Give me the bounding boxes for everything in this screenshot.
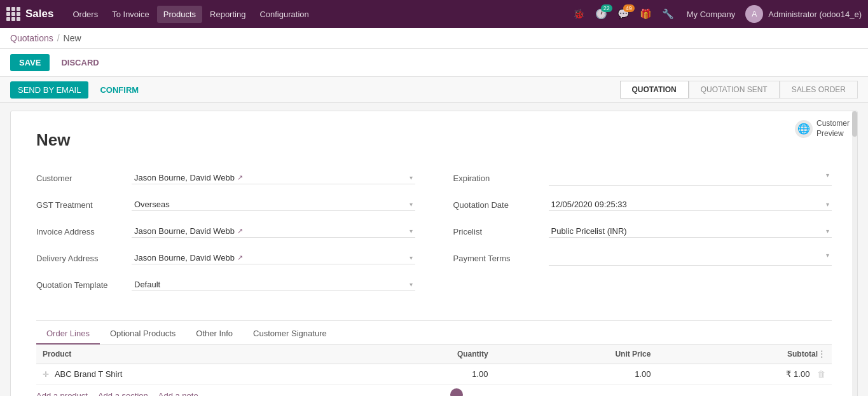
form-left-column: Customer Jason Bourne, David Webb ↗ ▾ GS…	[36, 168, 415, 301]
tab-customer-signature[interactable]: Customer Signature	[243, 324, 337, 345]
tab-order-lines[interactable]: Order Lines	[36, 324, 100, 345]
quotation-date-value[interactable]: 12/05/2020 09:25:33 ▾	[549, 198, 832, 211]
customer-preview-button[interactable]: 🌐 CustomerPreview	[795, 119, 850, 139]
action-bar: SAVE DISCARD	[0, 49, 868, 77]
confirm-button[interactable]: CONFIRM	[93, 81, 145, 99]
breadcrumb: Quotations / New	[0, 28, 868, 49]
discard-button[interactable]: DISCARD	[55, 54, 105, 71]
scrollbar-thumb[interactable]	[852, 111, 857, 137]
delete-row-icon[interactable]: 🗑	[817, 369, 825, 379]
template-value[interactable]: Default ▾	[132, 278, 415, 291]
template-row: Quotation Template Default ▾	[36, 275, 415, 295]
subtotal-cell: ₹ 1.00 🗑	[657, 364, 832, 385]
grid-icon[interactable]	[6, 7, 20, 21]
step-quotation[interactable]: QUOTATION	[620, 81, 689, 99]
tabs-list: Order Lines Optional Products Other Info…	[36, 324, 832, 345]
gst-label: GST Treatment	[36, 200, 132, 210]
tab-optional-products[interactable]: Optional Products	[100, 324, 186, 345]
scrollbar-track[interactable]	[852, 111, 857, 396]
expiration-dropdown[interactable]: ▾	[826, 172, 829, 179]
form-grid: Customer Jason Bourne, David Webb ↗ ▾ GS…	[36, 168, 832, 301]
activity-icon[interactable]: 🕐 22	[593, 6, 610, 22]
step-sales-order[interactable]: SALES ORDER	[780, 81, 858, 99]
gift-icon[interactable]: 🎁	[637, 6, 654, 22]
menu-reporting[interactable]: Reporting	[203, 6, 252, 23]
save-button[interactable]: SAVE	[10, 54, 50, 71]
invoice-address-value[interactable]: Jason Bourne, David Webb ↗ ▾	[132, 225, 415, 238]
user-name[interactable]: Administrator (odoo14_e)	[768, 10, 862, 19]
tab-other-info[interactable]: Other Info	[186, 324, 243, 345]
breadcrumb-current: New	[64, 33, 81, 43]
user-avatar[interactable]: A	[745, 5, 763, 23]
top-navigation: Sales Orders To Invoice Products Reporti…	[0, 0, 868, 28]
chat-badge: 49	[623, 4, 635, 12]
menu-configuration[interactable]: Configuration	[253, 6, 315, 23]
pricelist-dropdown[interactable]: ▾	[826, 228, 829, 235]
invoice-address-label: Invoice Address	[36, 227, 132, 236]
tabs-container: Order Lines Optional Products Other Info…	[36, 320, 832, 385]
app-logo[interactable]: Sales	[6, 7, 53, 21]
breadcrumb-parent[interactable]: Quotations	[10, 33, 53, 43]
product-name: ABC Brand T Shirt	[55, 369, 122, 379]
invoice-ext-link[interactable]: ↗	[237, 227, 243, 235]
step-quotation-sent[interactable]: QUOTATION SENT	[689, 81, 780, 99]
chat-icon[interactable]: 💬 49	[615, 6, 632, 22]
customer-value[interactable]: Jason Bourne, David Webb ↗ ▾	[132, 172, 415, 184]
document-title: New	[36, 130, 832, 150]
customer-ext-link[interactable]: ↗	[237, 174, 243, 182]
menu-to-invoice[interactable]: To Invoice	[106, 6, 156, 23]
delivery-ext-link[interactable]: ↗	[237, 254, 243, 262]
customer-label: Customer	[36, 174, 132, 183]
wrench-icon[interactable]: 🔧	[659, 6, 677, 22]
activity-badge: 22	[601, 4, 612, 12]
expiration-value[interactable]: ▾	[549, 170, 832, 186]
template-dropdown[interactable]: ▾	[410, 281, 413, 288]
table-settings-icon[interactable]: ⋮	[818, 350, 825, 358]
main-content: 🌐 CustomerPreview New Customer Jason Bou…	[0, 111, 868, 396]
payment-terms-dropdown[interactable]: ▾	[826, 252, 829, 259]
quantity-cell[interactable]: 1.00	[347, 364, 494, 385]
invoice-address-row: Invoice Address Jason Bourne, David Webb…	[36, 221, 415, 242]
gst-dropdown[interactable]: ▾	[410, 201, 413, 208]
send-email-button[interactable]: SEND BY EMAIL	[10, 81, 88, 99]
pricelist-value[interactable]: Public Pricelist (INR) ▾	[549, 225, 832, 238]
customer-dropdown[interactable]: ▾	[410, 174, 413, 181]
globe-icon: 🌐	[795, 120, 813, 138]
delivery-address-row: Delivery Address Jason Bourne, David Web…	[36, 248, 415, 268]
table-row[interactable]: ✛ ABC Brand T Shirt 1.00 1.00 ₹ 1.00 🗑	[36, 364, 832, 385]
delivery-address-value[interactable]: Jason Bourne, David Webb ↗ ▾	[132, 252, 415, 264]
add-product-link[interactable]: Add a product	[36, 391, 88, 396]
gst-row: GST Treatment Overseas ▾	[36, 195, 415, 215]
template-label: Quotation Template	[36, 280, 132, 290]
top-right-actions: 🐞 🕐 22 💬 49 🎁 🔧 My Company A Administrat…	[570, 5, 862, 23]
customer-preview-label: CustomerPreview	[816, 119, 850, 139]
form-area: New Customer Jason Bourne, David Webb ↗ …	[11, 111, 857, 320]
expiration-row: Expiration ▾	[453, 168, 832, 188]
menu-orders[interactable]: Orders	[66, 6, 104, 23]
move-handle-icon[interactable]: ✛	[43, 370, 49, 379]
payment-terms-label: Payment Terms	[453, 254, 549, 263]
payment-terms-row: Payment Terms ▾	[453, 248, 832, 268]
form-right-column: Expiration ▾ Quotation Date 12/05/2020 0…	[453, 168, 832, 301]
quotation-date-dropdown[interactable]: ▾	[826, 201, 829, 208]
delivery-dropdown[interactable]: ▾	[410, 254, 413, 261]
add-note-link[interactable]: Add a note	[158, 391, 198, 396]
col-quantity: Quantity	[347, 345, 494, 364]
bug-icon[interactable]: 🐞	[570, 6, 588, 22]
delivery-address-label: Delivery Address	[36, 254, 132, 263]
payment-terms-value[interactable]: ▾	[549, 250, 832, 266]
expiration-label: Expiration	[453, 174, 549, 183]
quotation-date-row: Quotation Date 12/05/2020 09:25:33 ▾	[453, 195, 832, 215]
add-links-row: Add a product Add a section Add a note	[11, 385, 857, 396]
top-menu: Orders To Invoice Products Reporting Con…	[66, 6, 567, 23]
location-marker	[450, 388, 463, 396]
unit-price-cell[interactable]: 1.00	[495, 364, 658, 385]
invoice-dropdown[interactable]: ▾	[410, 228, 413, 235]
status-bar: SEND BY EMAIL CONFIRM QUOTATION QUOTATIO…	[0, 77, 868, 103]
menu-products[interactable]: Products	[157, 6, 202, 23]
add-section-link[interactable]: Add a section	[98, 391, 148, 396]
document-card: 🌐 CustomerPreview New Customer Jason Bou…	[10, 111, 858, 396]
company-selector[interactable]: My Company	[682, 7, 741, 22]
gst-value[interactable]: Overseas ▾	[132, 198, 415, 211]
quotation-date-label: Quotation Date	[453, 200, 549, 210]
